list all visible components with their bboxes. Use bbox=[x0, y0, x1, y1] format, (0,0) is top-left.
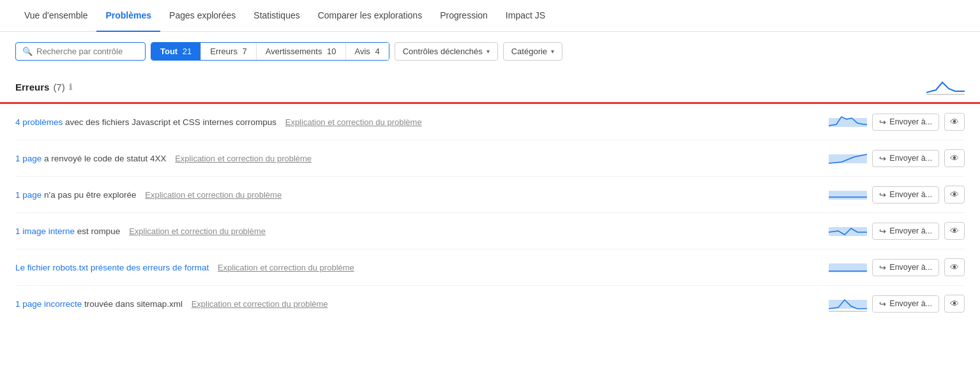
envoyer-button-5[interactable]: ↪ Envoyer à... bbox=[872, 259, 939, 276]
eye-button-1[interactable]: 👁 bbox=[944, 113, 965, 131]
issue-actions-3: ↪ Envoyer à... 👁 bbox=[829, 186, 965, 203]
issue-row: 4 problèmes avec des fichiers Javascript… bbox=[15, 104, 965, 140]
explanation-link-3[interactable]: Explication et correction du problème bbox=[145, 190, 282, 200]
issue-row: Le fichier robots.txt présente des erreu… bbox=[15, 249, 965, 286]
issue-text-2: 1 page a renvoyé le code de statut 4XX E… bbox=[15, 154, 818, 163]
issues-list: 4 problèmes avec des fichiers Javascript… bbox=[0, 104, 980, 322]
chevron-down-icon: ▾ bbox=[486, 48, 490, 55]
issue-text-1: 4 problèmes avec des fichiers Javascript… bbox=[15, 117, 818, 127]
chevron-down-icon: ▾ bbox=[551, 48, 554, 55]
explanation-link-4[interactable]: Explication et correction du problème bbox=[129, 226, 266, 236]
filters-bar: 🔍 Tout 21 Erreurs 7 Avertissements 10 Av… bbox=[0, 32, 980, 71]
explanation-link-1[interactable]: Explication et correction du problème bbox=[285, 117, 422, 127]
filter-tabs: Tout 21 Erreurs 7 Avertissements 10 Avis… bbox=[151, 42, 389, 61]
categorie-dropdown[interactable]: Catégorie ▾ bbox=[503, 42, 562, 61]
nav-progression[interactable]: Progression bbox=[431, 0, 497, 32]
issue-actions-2: ↪ Envoyer à... 👁 bbox=[829, 149, 965, 167]
issue-link-3[interactable]: 1 page bbox=[15, 190, 41, 200]
envoyer-button-2[interactable]: ↪ Envoyer à... bbox=[872, 150, 939, 167]
issue-row: 1 image interne est rompue Explication e… bbox=[15, 213, 965, 249]
envoyer-button-1[interactable]: ↪ Envoyer à... bbox=[872, 114, 939, 131]
issue-text-6: 1 page incorrecte trouvée dans sitemap.x… bbox=[15, 299, 818, 309]
eye-button-2[interactable]: 👁 bbox=[944, 149, 965, 167]
issue-text-5: Le fichier robots.txt présente des erreu… bbox=[15, 263, 818, 272]
envoyer-icon-6: ↪ bbox=[879, 299, 886, 309]
search-input-wrap[interactable]: 🔍 bbox=[15, 42, 146, 61]
svg-rect-8 bbox=[829, 300, 867, 309]
eye-icon-4: 👁 bbox=[950, 226, 959, 236]
issue-link-4[interactable]: 1 image interne bbox=[15, 226, 75, 236]
sparkline-4 bbox=[829, 222, 867, 240]
envoyer-icon-5: ↪ bbox=[879, 263, 886, 272]
envoyer-button-3[interactable]: ↪ Envoyer à... bbox=[872, 186, 939, 203]
sparkline-5 bbox=[829, 258, 867, 276]
eye-button-3[interactable]: 👁 bbox=[944, 186, 965, 203]
issue-actions-5: ↪ Envoyer à... 👁 bbox=[829, 258, 965, 276]
explanation-link-2[interactable]: Explication et correction du problème bbox=[175, 154, 312, 163]
sparkline-6 bbox=[829, 295, 867, 313]
issue-actions-1: ↪ Envoyer à... 👁 bbox=[829, 113, 965, 131]
issue-actions-6: ↪ Envoyer à... 👁 bbox=[829, 295, 965, 313]
top-navigation: Vue d'ensemble Problèmes Pages explorées… bbox=[0, 0, 980, 32]
envoyer-icon-1: ↪ bbox=[879, 117, 886, 127]
eye-button-6[interactable]: 👁 bbox=[944, 295, 965, 313]
eye-icon-1: 👁 bbox=[950, 117, 959, 127]
issue-row: 1 page incorrecte trouvée dans sitemap.x… bbox=[15, 286, 965, 322]
eye-button-5[interactable]: 👁 bbox=[944, 258, 965, 276]
section-header: Erreurs (7) ℹ bbox=[0, 71, 980, 102]
envoyer-icon-2: ↪ bbox=[879, 154, 886, 163]
eye-button-4[interactable]: 👁 bbox=[944, 222, 965, 240]
envoyer-icon-4: ↪ bbox=[879, 226, 886, 236]
nav-problemes[interactable]: Problèmes bbox=[96, 0, 160, 32]
nav-comparer-explorations[interactable]: Comparer les explorations bbox=[309, 0, 431, 32]
issue-row: 1 page a renvoyé le code de statut 4XX E… bbox=[15, 140, 965, 177]
nav-pages-explorees[interactable]: Pages explorées bbox=[160, 0, 245, 32]
controles-declenches-dropdown[interactable]: Contrôles déclenchés ▾ bbox=[395, 42, 498, 61]
svg-rect-3 bbox=[829, 191, 867, 200]
filter-tab-tout[interactable]: Tout 21 bbox=[151, 43, 201, 60]
issue-row: 1 page n'a pas pu être explorée Explicat… bbox=[15, 177, 965, 213]
issue-link-2[interactable]: 1 page bbox=[15, 154, 41, 163]
envoyer-icon-3: ↪ bbox=[879, 190, 886, 200]
nav-vue-ensemble[interactable]: Vue d'ensemble bbox=[15, 0, 96, 32]
nav-statistiques[interactable]: Statistiques bbox=[245, 0, 308, 32]
eye-icon-6: 👁 bbox=[950, 299, 959, 309]
issue-actions-4: ↪ Envoyer à... 👁 bbox=[829, 222, 965, 240]
filter-tab-avertissements[interactable]: Avertissements 10 bbox=[257, 43, 346, 60]
filter-tab-avis[interactable]: Avis 4 bbox=[346, 43, 389, 60]
info-icon[interactable]: ℹ bbox=[69, 82, 72, 92]
issue-link-6[interactable]: 1 page incorrecte bbox=[15, 299, 82, 309]
explanation-link-5[interactable]: Explication et correction du problème bbox=[218, 263, 354, 272]
envoyer-button-6[interactable]: ↪ Envoyer à... bbox=[872, 295, 939, 313]
nav-impact-js[interactable]: Impact JS bbox=[497, 0, 554, 32]
search-icon: 🔍 bbox=[22, 47, 33, 56]
explanation-link-6[interactable]: Explication et correction du problème bbox=[192, 299, 328, 309]
filter-tab-erreurs[interactable]: Erreurs 7 bbox=[201, 43, 256, 60]
sparkline-1 bbox=[829, 113, 867, 131]
eye-icon-2: 👁 bbox=[950, 153, 959, 163]
envoyer-button-4[interactable]: ↪ Envoyer à... bbox=[872, 223, 939, 240]
section-title: Erreurs (7) ℹ bbox=[15, 82, 72, 92]
issue-link-5[interactable]: Le fichier robots.txt présente des erreu… bbox=[15, 263, 209, 272]
eye-icon-5: 👁 bbox=[950, 262, 959, 272]
issue-text-3: 1 page n'a pas pu être explorée Explicat… bbox=[15, 190, 818, 200]
trend-chart-header bbox=[926, 77, 965, 97]
issue-link-1[interactable]: 4 problèmes bbox=[15, 117, 63, 127]
search-input[interactable] bbox=[36, 47, 139, 56]
sparkline-3 bbox=[829, 186, 867, 203]
sparkline-2 bbox=[829, 149, 867, 167]
eye-icon-3: 👁 bbox=[950, 189, 959, 200]
issue-text-4: 1 image interne est rompue Explication e… bbox=[15, 226, 818, 236]
